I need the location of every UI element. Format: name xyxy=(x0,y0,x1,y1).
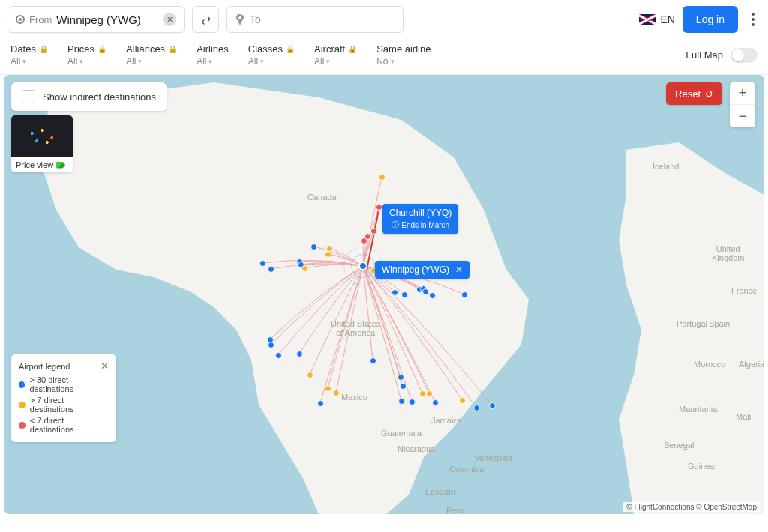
from-value: Winnipeg (YWG) xyxy=(56,13,158,26)
filter-same-airline[interactable]: Same airlineNo▾ xyxy=(376,43,430,67)
destination-marker[interactable] xyxy=(429,292,436,299)
zoom-controls: + − xyxy=(730,82,755,127)
destination-marker[interactable] xyxy=(302,265,308,272)
lock-icon: 🔒 xyxy=(348,45,357,53)
map[interactable]: Canada United States of America Mexico G… xyxy=(4,75,764,514)
uk-flag-icon xyxy=(639,14,656,25)
destination-marker[interactable] xyxy=(307,372,314,378)
destination-marker[interactable] xyxy=(422,288,429,295)
dest-bubble-sub: Ends in March xyxy=(401,221,449,229)
chevron-down-icon: ▾ xyxy=(80,58,83,65)
destination-marker[interactable] xyxy=(325,385,332,392)
destination-marker[interactable] xyxy=(489,402,496,409)
login-button[interactable]: Log in xyxy=(682,6,738,33)
destination-marker[interactable] xyxy=(461,291,468,298)
from-input[interactable]: From Winnipeg (YWG) ✕ xyxy=(8,6,184,33)
destination-marker[interactable] xyxy=(459,397,466,404)
fullmap-toggle[interactable] xyxy=(730,48,758,63)
destination-marker[interactable] xyxy=(370,228,377,235)
destination-pin-icon xyxy=(236,14,244,25)
lock-icon: 🔒 xyxy=(168,45,177,53)
chevron-down-icon: ▾ xyxy=(138,58,142,65)
destination-marker[interactable] xyxy=(409,399,416,405)
to-label: To xyxy=(250,13,261,25)
chevron-down-icon: ▾ xyxy=(391,58,394,65)
origin-marker[interactable] xyxy=(358,262,368,270)
filter-alliances[interactable]: Alliances🔒All▾ xyxy=(126,43,177,67)
destination-marker[interactable] xyxy=(376,204,382,211)
chevron-down-icon: ▾ xyxy=(260,58,264,65)
filter-aircraft[interactable]: Aircraft🔒All▾ xyxy=(314,43,357,67)
destination-marker[interactable] xyxy=(473,405,480,411)
show-indirect-checkbox[interactable] xyxy=(22,90,35,103)
from-label: From xyxy=(29,14,52,25)
destination-marker[interactable] xyxy=(333,390,340,396)
chevron-down-icon: ▾ xyxy=(326,58,330,65)
clear-from-icon[interactable]: ✕ xyxy=(163,13,176,26)
destination-bubble[interactable]: Churchill (YYQ) ⓘEnds in March xyxy=(382,204,458,234)
filter-dates[interactable]: Dates🔒All▾ xyxy=(10,43,48,67)
language-code: EN xyxy=(660,13,674,25)
lock-icon: 🔒 xyxy=(39,45,48,53)
destination-marker[interactable] xyxy=(370,357,376,364)
destination-marker[interactable] xyxy=(268,266,274,273)
destination-marker[interactable] xyxy=(317,400,324,407)
destination-marker[interactable] xyxy=(419,390,426,397)
destination-marker[interactable] xyxy=(400,383,406,390)
destination-marker[interactable] xyxy=(296,351,303,357)
map-attribution: © FlightConnections © OpenStreetMap xyxy=(623,502,760,512)
menu-button[interactable] xyxy=(746,13,760,26)
show-indirect-panel: Show indirect destinations xyxy=(11,82,166,111)
destination-marker[interactable] xyxy=(432,399,439,406)
destination-marker[interactable] xyxy=(379,174,386,181)
destination-marker[interactable] xyxy=(268,342,274,348)
lock-icon: 🔒 xyxy=(98,45,106,53)
to-input[interactable]: To xyxy=(226,6,404,33)
price-tag-icon xyxy=(56,162,65,169)
chevron-down-icon: ▾ xyxy=(22,58,26,65)
destination-marker[interactable] xyxy=(398,374,404,381)
price-view-button[interactable]: Price view xyxy=(11,115,73,172)
reset-button[interactable]: Reset↺ xyxy=(666,82,722,105)
legend-item: < 7 direct destinations xyxy=(19,416,109,434)
destination-marker[interactable] xyxy=(392,289,398,296)
destination-marker[interactable] xyxy=(275,352,282,359)
price-view-label: Price view xyxy=(16,160,53,169)
language-selector[interactable]: EN xyxy=(639,13,674,25)
destination-marker[interactable] xyxy=(310,244,317,250)
destination-marker[interactable] xyxy=(401,291,408,298)
info-icon: ⓘ xyxy=(392,220,399,230)
filter-classes[interactable]: Classes🔒All▾ xyxy=(248,43,295,67)
airport-legend: Airport legend✕ > 30 direct destinations… xyxy=(11,354,116,442)
price-view-thumb xyxy=(11,115,73,157)
destination-marker[interactable] xyxy=(260,260,266,267)
destination-marker[interactable] xyxy=(325,251,332,258)
zoom-out-button[interactable]: − xyxy=(730,105,755,127)
origin-icon xyxy=(16,15,25,24)
dest-bubble-title: Churchill (YYQ) xyxy=(389,208,452,218)
origin-bubble[interactable]: Winnipeg (YWG) ✕ xyxy=(375,261,470,279)
chevron-down-icon: ▾ xyxy=(208,58,212,65)
legend-item: > 7 direct destinations xyxy=(19,396,109,414)
legend-item: > 30 direct destinations xyxy=(19,375,109,393)
close-origin-bubble-icon[interactable]: ✕ xyxy=(455,265,463,275)
filter-airlines[interactable]: AirlinesAll▾ xyxy=(196,43,229,67)
legend-title: Airport legend xyxy=(19,362,70,371)
destination-marker[interactable] xyxy=(426,390,433,397)
zoom-in-button[interactable]: + xyxy=(730,82,755,105)
swap-button[interactable]: ⇄ xyxy=(192,6,219,33)
filter-prices[interactable]: Prices🔒All▾ xyxy=(68,43,106,67)
map-canvas xyxy=(4,75,764,514)
reset-icon: ↺ xyxy=(705,88,713,100)
origin-bubble-label: Winnipeg (YWG) xyxy=(382,265,449,275)
lock-icon: 🔒 xyxy=(286,45,295,53)
fullmap-label: Full Map xyxy=(686,49,723,61)
destination-marker[interactable] xyxy=(361,238,368,244)
destination-marker[interactable] xyxy=(398,398,405,405)
close-legend-icon[interactable]: ✕ xyxy=(100,360,109,372)
show-indirect-label: Show indirect destinations xyxy=(43,91,156,103)
